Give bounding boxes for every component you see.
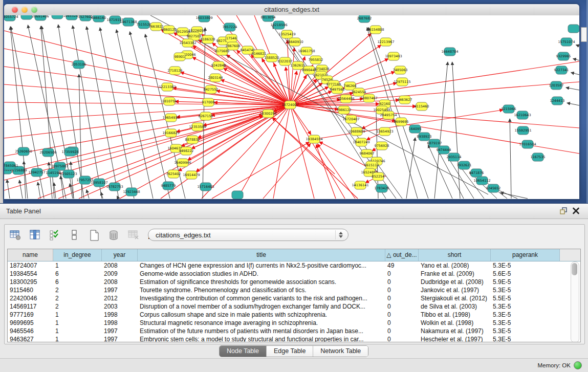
table-cell[interactable]: Stergiakouli et al. (2012): [419, 294, 491, 302]
table-cell[interactable]: Wolkin et al. (1998): [419, 319, 491, 327]
table-cell[interactable]: Structural magnetic resonance image aver…: [138, 319, 385, 327]
scrollbar-thumb[interactable]: [572, 263, 577, 275]
table-cell[interactable]: 2012: [102, 294, 138, 302]
table-row[interactable]: 946554611997Estimation of the future num…: [8, 327, 580, 335]
table-cell[interactable]: Disruption of a novel member of a sodium…: [138, 302, 385, 311]
tab-node-table[interactable]: Node Table: [220, 346, 267, 357]
table-cell[interactable]: 22420046: [8, 294, 53, 302]
table-row[interactable]: 977716911998Corpus callosum shape and si…: [8, 311, 580, 319]
table-cell[interactable]: 0: [385, 286, 419, 294]
table-cell[interactable]: 2: [53, 286, 102, 294]
column-header-in_degree[interactable]: in_degree: [53, 249, 102, 261]
column-header-year[interactable]: year: [102, 249, 138, 261]
table-cell[interactable]: Dudbridge et al. (2008): [419, 278, 491, 286]
table-cell[interactable]: 1: [53, 319, 102, 327]
table-cell[interactable]: 9465546: [8, 327, 53, 335]
table-cell[interactable]: Genome-wide association studies in ADHD.: [138, 270, 385, 278]
table-cell[interactable]: 2009: [102, 270, 138, 278]
column-header-pagerank[interactable]: pagerank: [491, 249, 560, 261]
network-canvas[interactable]: 1405572420691406106532871527602646616010…: [4, 15, 579, 199]
graph-node-teal[interactable]: [52, 15, 63, 19]
table-cell[interactable]: 5.9E-5: [491, 278, 560, 286]
column-header-out_de[interactable]: △ out_de...: [385, 249, 419, 261]
table-cell[interactable]: 6: [53, 270, 102, 278]
table-vertical-scrollbar[interactable]: [571, 261, 579, 342]
table-cell[interactable]: 9463627: [8, 335, 53, 342]
table-cell[interactable]: 5.3E-5: [491, 335, 560, 342]
table-cell[interactable]: 5.3E-5: [491, 327, 560, 335]
table-row[interactable]: 1938455462009Genome-wide association stu…: [8, 270, 580, 278]
table-cell[interactable]: Yano et al. (2008): [419, 261, 491, 270]
table-cell[interactable]: Franke et al. (2009): [419, 270, 491, 278]
window-titlebar[interactable]: citations_edges.txt: [4, 4, 579, 16]
table-cell[interactable]: Changes of HCN gene expression and I(f) …: [138, 261, 385, 270]
table-cell[interactable]: Corpus callosum shape and size in male p…: [138, 311, 385, 319]
table-cell[interactable]: 0: [385, 270, 419, 278]
table-cell[interactable]: 1997: [102, 327, 138, 335]
table-cell[interactable]: 1997: [102, 335, 138, 342]
table-cell[interactable]: 5.3E-5: [491, 302, 560, 311]
table-cell[interactable]: 0: [385, 302, 419, 311]
table-cell[interactable]: 1: [53, 335, 102, 342]
table-select-combobox[interactable]: citations_edges.txt: [148, 229, 349, 241]
tab-edge-table[interactable]: Edge Table: [267, 346, 313, 357]
table-cell[interactable]: Embryonic stem cells: a model to study s…: [138, 335, 385, 342]
table-cell[interactable]: 0: [385, 327, 419, 335]
table-row[interactable]: 1456911722003Disruption of a novel membe…: [8, 302, 580, 311]
table-row[interactable]: 911546021997Tourette syndrome. Phenomeno…: [8, 286, 580, 294]
table-cell[interactable]: 2: [53, 294, 102, 302]
table-cell[interactable]: Estimation of the future numbers of pati…: [138, 327, 385, 335]
table-cell[interactable]: Hescheler et al. (1997): [419, 335, 491, 342]
table-cell[interactable]: de Silva et al. (2003): [419, 302, 491, 311]
table-cell[interactable]: Investigating the contribution of common…: [138, 294, 385, 302]
table-cell[interactable]: 5.5E-5: [491, 294, 560, 302]
table-cell[interactable]: 2008: [102, 278, 138, 286]
table-cell[interactable]: 1998: [102, 311, 138, 319]
table-cell[interactable]: 0: [385, 311, 419, 319]
table-row[interactable]: 2242004622012Investigating the contribut…: [8, 294, 580, 302]
table-cell[interactable]: 2003: [102, 302, 138, 311]
table-cell[interactable]: 5.3E-5: [491, 261, 560, 270]
table-cell[interactable]: 5.6E-5: [491, 270, 560, 278]
table-cell[interactable]: 49: [385, 261, 419, 270]
table-cell[interactable]: 18724007: [8, 261, 53, 270]
column-header-name[interactable]: name: [8, 249, 53, 261]
tab-network-table[interactable]: Network Table: [313, 346, 368, 357]
table-cell[interactable]: 1997: [102, 286, 138, 294]
table-cell[interactable]: 0: [385, 335, 419, 342]
float-panel-icon[interactable]: [560, 207, 568, 215]
table-row[interactable]: 946362711997Embryonic stem cells: a mode…: [8, 335, 580, 342]
graph-node-teal[interactable]: [21, 15, 32, 19]
table-cell[interactable]: 0: [385, 294, 419, 302]
graph-node-teal[interactable]: [232, 191, 243, 199]
table-cell[interactable]: Nakamura et al. (1997): [419, 327, 491, 335]
table-cell[interactable]: 5.3E-5: [491, 319, 560, 327]
column-visibility-button[interactable]: [27, 227, 42, 243]
table-cell[interactable]: Tibbo et al. (1998): [419, 311, 491, 319]
memory-status-indicator[interactable]: [574, 361, 582, 369]
table-cell[interactable]: 9699695: [8, 319, 53, 327]
table-cell[interactable]: 0: [385, 319, 419, 327]
table-cell[interactable]: 19384554: [8, 270, 53, 278]
table-cell[interactable]: 18300295: [8, 278, 53, 286]
table-cell[interactable]: Estimation of significance thresholds fo…: [138, 278, 385, 286]
table-cell[interactable]: Jankovic et al. (1997): [419, 286, 491, 294]
table-cell[interactable]: 5.3E-5: [491, 311, 560, 319]
table-cell[interactable]: 0: [385, 278, 419, 286]
close-panel-icon[interactable]: [572, 207, 580, 215]
column-header-title[interactable]: title: [138, 249, 385, 261]
row-mode-button[interactable]: [67, 227, 82, 243]
table-cell[interactable]: 2008: [102, 261, 138, 270]
node-attribute-table[interactable]: namein_degreeyeartitle△ out_de...shortpa…: [7, 249, 581, 342]
table-cell[interactable]: 6: [53, 278, 102, 286]
table-cell[interactable]: 9115460: [8, 286, 53, 294]
table-cell[interactable]: 1: [53, 261, 102, 270]
table-cell[interactable]: 2: [53, 302, 102, 311]
table-cell[interactable]: 5.3E-5: [491, 286, 560, 294]
table-row[interactable]: 969969511998Structural magnetic resonanc…: [8, 319, 580, 327]
delete-column-button[interactable]: [106, 227, 121, 243]
graph-node-teal[interactable]: [568, 25, 579, 33]
table-row[interactable]: 1830029562008Estimation of significance …: [8, 278, 580, 286]
column-header-short[interactable]: short: [419, 249, 491, 261]
table-mode-button[interactable]: [8, 227, 23, 243]
